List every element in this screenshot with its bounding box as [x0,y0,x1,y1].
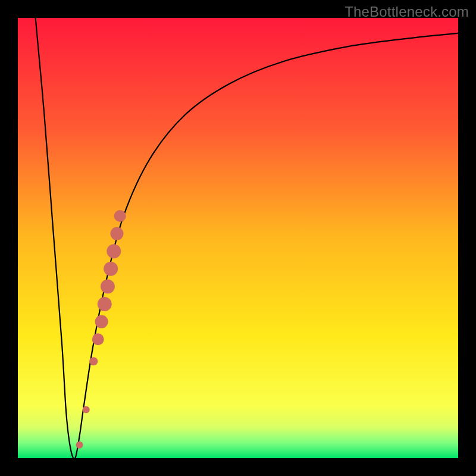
plot-area [18,18,458,458]
highlight-dot [92,333,104,345]
highlight-dot [89,357,98,365]
highlight-dot [114,210,126,222]
highlight-dot [98,297,112,311]
highlight-dot [95,315,108,328]
chart-frame: TheBottleneck.com [0,0,476,476]
bottleneck-curve [36,18,458,458]
highlight-dot [104,262,118,276]
highlight-dot [101,279,115,293]
curve-layer [18,18,458,458]
highlight-dot [111,227,124,240]
highlight-dot [76,441,83,449]
highlight-dot [107,244,121,258]
highlight-dot [83,406,90,414]
